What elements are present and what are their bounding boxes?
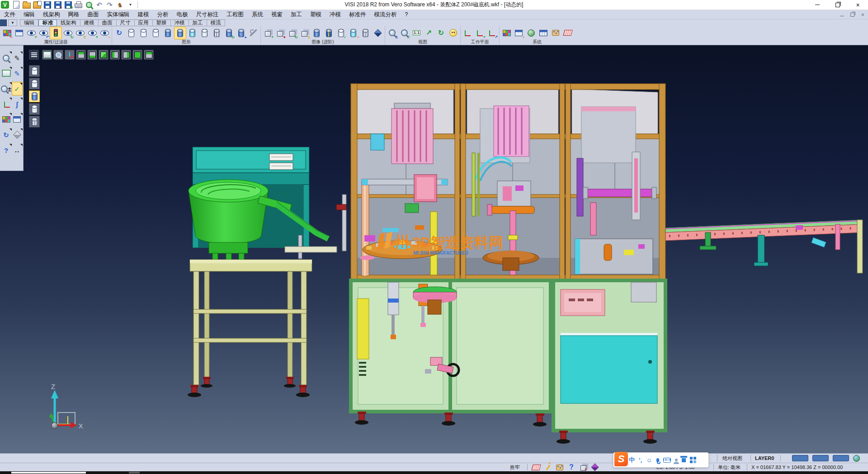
menu-item[interactable]: 线架构 — [39, 10, 64, 19]
view-cube-top-button[interactable] — [76, 50, 86, 60]
measure-icon[interactable]: ↔ — [12, 143, 23, 157]
tab-modeling[interactable]: 建模 — [80, 19, 99, 26]
wire-solid-icon[interactable] — [359, 27, 372, 39]
help-tool-icon[interactable]: ? — [567, 464, 576, 471]
zoom-scale-icon[interactable]: ± — [1, 82, 12, 95]
view-cube-bottom-button[interactable] — [87, 50, 97, 60]
view-cube-back-button[interactable] — [144, 50, 154, 60]
tab-machining[interactable]: 加工 — [189, 19, 207, 26]
solid-preview-icon[interactable] — [12, 128, 23, 142]
preview-icon[interactable] — [84, 0, 94, 9]
zoom-in-out-icon[interactable]: ± — [386, 27, 398, 39]
system-config-icon[interactable] — [525, 27, 537, 39]
grid-settings-icon[interactable] — [561, 27, 574, 39]
transparent-style-icon[interactable] — [211, 27, 223, 39]
new-file-icon[interactable] — [11, 0, 21, 9]
menu-item[interactable]: 视窗 — [267, 10, 287, 19]
regenerate-icon[interactable]: ↻ — [1, 128, 12, 142]
menu-item[interactable]: 冲模 — [326, 10, 345, 19]
show-entities-icon[interactable]: + — [25, 27, 38, 39]
visibility-filter-icon[interactable] — [50, 27, 62, 39]
zoom-window-icon[interactable] — [1, 66, 12, 80]
menu-item[interactable]: 分析 — [153, 10, 173, 19]
selection-options-icon[interactable] — [549, 27, 561, 39]
mdi-minimize-button[interactable] — [840, 13, 844, 16]
compact-solid-icon[interactable] — [372, 27, 384, 39]
view-cube-left-button[interactable] — [110, 50, 120, 60]
shaded-edges-style-icon[interactable] — [186, 27, 198, 39]
rotate-view-icon[interactable]: ↻ — [435, 27, 447, 39]
edit-entity-icon[interactable]: ✎ — [12, 51, 23, 65]
ime-emoji[interactable]: ☺ — [646, 456, 652, 464]
workplane-move-icon[interactable]: + — [474, 27, 486, 39]
zoom-1to1-icon[interactable]: 1:1 — [410, 27, 423, 39]
menu-item[interactable]: 建模 — [134, 10, 153, 19]
display-settings-icon[interactable]: ▪ — [513, 27, 525, 39]
view-cube-right-button[interactable] — [121, 50, 131, 60]
viewport-menu-button[interactable] — [29, 50, 39, 60]
active-layer-indicator[interactable]: LAYER0 — [755, 454, 774, 463]
undo-icon[interactable]: ↶ — [94, 0, 104, 9]
view-orientation-icon[interactable] — [447, 27, 459, 39]
hide-entities-icon[interactable]: ↶ — [38, 27, 50, 39]
menu-item[interactable]: 网格 — [64, 10, 84, 19]
table-settings-icon[interactable] — [537, 27, 549, 39]
ime-keyboard-icon[interactable] — [663, 456, 671, 464]
menu-item[interactable]: 尺寸标注 — [192, 10, 223, 19]
pin-toggle[interactable]: 拴牢 — [510, 463, 520, 471]
regen-graphics-icon[interactable]: ↻ — [113, 27, 125, 39]
zoom-selection-icon[interactable]: □ — [398, 27, 410, 39]
tab-standard[interactable]: 标准 — [38, 19, 57, 26]
globe-status-icon[interactable] — [853, 455, 860, 462]
shaded-style-icon[interactable] — [162, 27, 174, 39]
menu-item[interactable]: 模流分析 — [370, 10, 401, 19]
tab-surface[interactable]: 曲面 — [99, 19, 117, 26]
tab-application[interactable]: 应用 — [135, 19, 153, 26]
mdi-close-button[interactable]: × — [861, 11, 864, 18]
import-file-icon[interactable] — [32, 0, 42, 9]
copy-image-icon[interactable]: ▸ — [235, 27, 247, 39]
bowl-feeder-station[interactable] — [188, 147, 346, 397]
save-icon[interactable] — [42, 0, 52, 9]
ribbon-dropdown-button[interactable]: ▼ — [8, 19, 17, 26]
open-file-icon[interactable] — [21, 0, 32, 9]
menu-item[interactable]: 曲面 — [84, 10, 103, 19]
menu-item[interactable]: 文件 — [0, 10, 19, 19]
menu-item[interactable]: 实体编辑 — [103, 10, 134, 19]
tab-flow[interactable]: 模流 — [207, 19, 225, 26]
zoom-dynamic-button[interactable] — [53, 50, 63, 60]
3d-viewport[interactable]: 州 3D智造资料网 MF.BIM MANUFACTURED Z X — [0, 45, 868, 453]
shaded-edges-mode-button[interactable] — [29, 103, 40, 115]
solid-section-alt-icon[interactable] — [323, 27, 335, 39]
show-all-icon[interactable]: + — [86, 27, 99, 39]
print-icon[interactable] — [73, 0, 84, 9]
stamp-icon[interactable] — [555, 464, 564, 471]
dashed-hidden-style-icon[interactable] — [150, 27, 162, 39]
view-cube-iso-button[interactable] — [99, 50, 108, 60]
verify-solid-icon[interactable]: ✓ — [335, 27, 347, 39]
copy-attributes-icon[interactable] — [13, 27, 25, 39]
layer-color-swatch[interactable] — [792, 455, 808, 461]
workplane-align-icon[interactable]: ↗ — [486, 27, 498, 39]
image-filter-icon[interactable]: ● — [274, 27, 286, 39]
ime-toolbox-icon[interactable] — [690, 456, 696, 464]
ime-account-icon[interactable] — [675, 456, 678, 464]
view-axis-icon[interactable] — [1, 97, 12, 111]
ime-skin-icon[interactable] — [682, 456, 686, 464]
hidden-line-mode-button[interactable] — [29, 78, 40, 90]
macro-icon[interactable]: ♞ — [115, 0, 125, 9]
mdi-restore-button[interactable] — [850, 13, 854, 17]
zoom-window-button[interactable] — [42, 50, 52, 60]
menu-item[interactable]: 电极 — [173, 10, 192, 19]
ime-mode-chinese[interactable]: 中 — [629, 456, 635, 464]
wireframe-mode-button[interactable] — [29, 65, 40, 77]
graphics-settings-icon[interactable] — [247, 27, 259, 39]
menu-item[interactable]: 工程图 — [223, 10, 248, 19]
save-all-icon[interactable] — [63, 0, 73, 9]
menu-item[interactable]: ? — [401, 10, 412, 19]
hide-all-icon[interactable]: − — [99, 27, 111, 39]
menu-item[interactable]: 编辑 — [19, 10, 39, 19]
hidden-line-style-icon[interactable] — [137, 27, 150, 39]
pan-view-icon[interactable]: ↗ — [423, 27, 435, 39]
tab-mould[interactable]: 塑膜 — [153, 19, 171, 26]
